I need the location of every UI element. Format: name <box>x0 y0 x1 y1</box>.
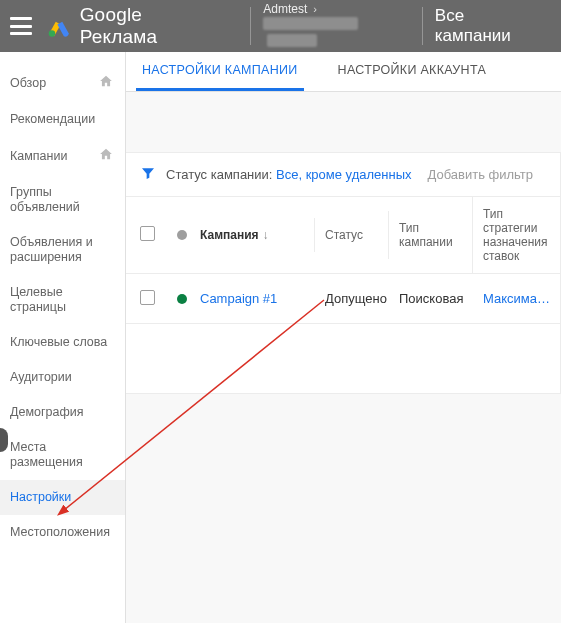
column-strategy[interactable]: Тип стратегии назначения ставок <box>472 197 560 273</box>
sidebar-item-label: Аудитории <box>10 370 72 385</box>
select-all-checkbox[interactable] <box>126 212 170 258</box>
redacted-id <box>263 17 358 30</box>
sidebar-item-1[interactable]: Рекомендации <box>0 102 125 137</box>
sidebar-item-label: Настройки <box>10 490 71 505</box>
table-row[interactable]: Campaign #1ДопущеноПоисковаяМаксималь... <box>126 274 561 324</box>
app-header: Google Реклама Admtest › Все кампании <box>0 0 561 52</box>
status-filter[interactable]: Статус кампании: Все, кроме удаленных <box>166 167 412 182</box>
tabs: НАСТРОЙКИ КАМПАНИИНАСТРОЙКИ АККАУНТА <box>126 52 561 92</box>
column-status[interactable]: Статус <box>314 218 388 252</box>
column-campaign[interactable]: Кампания ↓ <box>194 214 314 256</box>
main-content: НАСТРОЙКИ КАМПАНИИНАСТРОЙКИ АККАУНТА Ста… <box>126 52 561 623</box>
filter-bar: Статус кампании: Все, кроме удаленных До… <box>126 152 561 197</box>
google-ads-logo-icon <box>46 13 72 39</box>
sidebar-item-label: Кампании <box>10 149 67 164</box>
chevron-right-icon: › <box>313 1 317 17</box>
account-name: Admtest <box>263 1 307 17</box>
status-column-icon <box>170 230 194 240</box>
row-checkbox[interactable] <box>126 276 170 322</box>
sidebar-item-label: Группы объявлений <box>10 185 113 215</box>
sidebar-item-4[interactable]: Объявления и расширения <box>0 225 125 275</box>
home-icon <box>99 147 113 165</box>
sort-down-icon: ↓ <box>263 228 269 242</box>
sidebar-item-3[interactable]: Группы объявлений <box>0 175 125 225</box>
sidebar-item-5[interactable]: Целевые страницы <box>0 275 125 325</box>
sidebar-item-11[interactable]: Местоположения <box>0 515 125 550</box>
account-switcher[interactable]: Admtest › <box>263 1 410 51</box>
sidebar-item-label: Объявления и расширения <box>10 235 113 265</box>
cell-strategy[interactable]: Максималь... <box>472 282 560 316</box>
sidebar-item-8[interactable]: Демография <box>0 395 125 430</box>
sidebar-item-label: Ключевые слова <box>10 335 107 350</box>
sidebar-item-0[interactable]: Обзор <box>0 64 125 102</box>
redacted-id <box>267 34 317 47</box>
cell-type: Поисковая <box>388 281 472 316</box>
divider <box>250 7 251 45</box>
table-footer <box>126 324 561 394</box>
divider <box>422 7 423 45</box>
table-header: Кампания ↓ Статус Тип кампании Тип страт… <box>126 197 561 274</box>
brand-text: Google Реклама <box>80 4 223 48</box>
sidebar-item-label: Демография <box>10 405 83 420</box>
sidebar-item-2[interactable]: Кампании <box>0 137 125 175</box>
home-icon <box>99 74 113 92</box>
menu-icon[interactable] <box>10 17 32 35</box>
campaign-link[interactable]: Campaign #1 <box>194 277 314 320</box>
scope-label[interactable]: Все кампании <box>435 6 551 46</box>
sidebar-item-10[interactable]: Настройки <box>0 480 125 515</box>
sidebar-item-9[interactable]: Места размещения <box>0 430 125 480</box>
sidebar-item-7[interactable]: Аудитории <box>0 360 125 395</box>
sidebar-item-label: Местоположения <box>10 525 110 540</box>
svg-point-0 <box>48 30 55 37</box>
tab-1[interactable]: НАСТРОЙКИ АККАУНТА <box>332 52 492 91</box>
sidebar-item-label: Обзор <box>10 76 46 91</box>
sidebar-item-label: Рекомендации <box>10 112 95 127</box>
tab-0[interactable]: НАСТРОЙКИ КАМПАНИИ <box>136 52 304 91</box>
sidebar-item-6[interactable]: Ключевые слова <box>0 325 125 360</box>
column-type[interactable]: Тип кампании <box>388 211 472 259</box>
sidebar: ОбзорРекомендацииКампанииГруппы объявлен… <box>0 52 126 623</box>
sidebar-item-label: Места размещения <box>10 440 113 470</box>
cell-status: Допущено <box>314 281 388 316</box>
filter-icon[interactable] <box>140 165 156 184</box>
sidebar-item-label: Целевые страницы <box>10 285 113 315</box>
add-filter[interactable]: Добавить фильтр <box>428 167 534 182</box>
status-dot-icon <box>170 294 194 304</box>
logo[interactable]: Google Реклама <box>46 4 223 48</box>
